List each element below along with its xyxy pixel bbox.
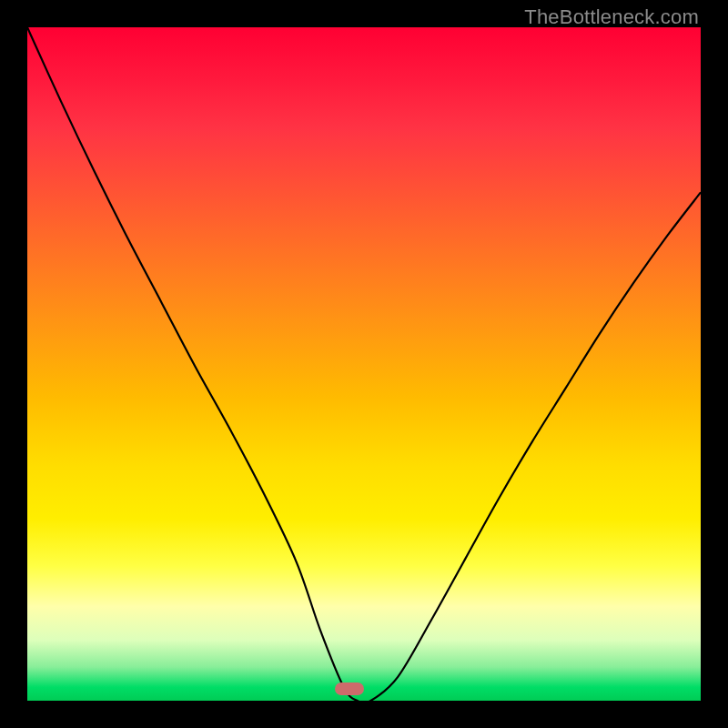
bottleneck-curve [27, 27, 701, 701]
minimum-marker [335, 682, 364, 695]
watermark-text: TheBottleneck.com [524, 5, 699, 29]
plot-area [27, 27, 701, 701]
